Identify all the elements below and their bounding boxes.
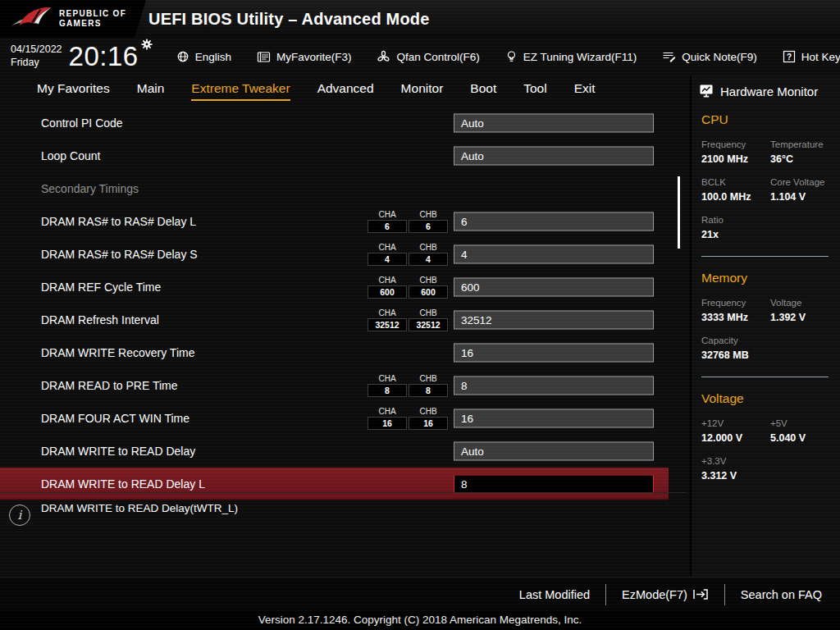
setting-row[interactable]: DRAM Refresh IntervalCHA32512CHB32512325… [0,304,687,336]
toolbar-item-language[interactable]: English [176,50,231,63]
channel-a-badge: CHA6 [368,210,407,233]
toolbar-item-label: EZ Tuning Wizard(F11) [523,51,637,63]
setting-value-field[interactable]: 8 [454,377,654,395]
hwm-readout: Frequency2100 MHz [701,139,770,165]
datetime-display: 04/15/2022 Friday 20:16 [0,41,156,72]
hwm-readout-row: Frequency3333 MHzVoltage1.392 V [701,285,840,323]
channel-b-badge: CHB8 [409,374,448,397]
menu-tab-bar: My FavoritesMainExtreme TweakerAdvancedM… [0,75,687,107]
channel-b-label: CHB [409,407,448,417]
channel-b-value: 4 [409,253,448,266]
setting-row[interactable]: DRAM WRITE Recovery Time16 [0,336,687,369]
toolbar-item-label: Qfan Control(F6) [396,51,479,63]
enter-ezmode-icon [692,588,709,600]
setting-label: DRAM REF Cycle Time [41,281,161,294]
channel-b-label: CHB [409,243,448,253]
setting-value-field[interactable]: Auto [454,114,654,133]
tab-tool[interactable]: Tool [523,81,546,101]
setting-value-field[interactable]: 16 [454,409,654,428]
toolbar-item-qfan-control[interactable]: Qfan Control(F6) [377,50,479,64]
hwm-readout: +5V5.040 V [770,418,840,444]
setting-row[interactable]: DRAM RAS# to RAS# Delay LCHA6CHB66 [0,205,687,238]
setting-row[interactable]: DRAM READ to PRE TimeCHA8CHB88 [0,369,687,402]
footer-action-label: EzMode(F7) [622,588,687,601]
setting-label: DRAM WRITE Recovery Time [41,346,194,359]
channel-b-value: 600 [409,285,448,299]
tab-main[interactable]: Main [137,81,165,101]
setting-description: DRAM WRITE to READ Delay(tWTR_L) [41,502,238,514]
title-bar: REPUBLIC OF GAMERS UEFI BIOS Utility – A… [0,0,840,38]
setting-row[interactable]: Control PI CodeAuto [0,107,687,139]
setting-label: Loop Count [41,149,100,162]
setting-row[interactable]: Loop CountAuto [0,139,687,172]
tab-extreme-tweaker[interactable]: Extreme Tweaker [191,81,290,101]
tab-advanced[interactable]: Advanced [317,81,374,101]
toolbar-item-ez-tuning-wizard[interactable]: EZ Tuning Wizard(F11) [505,50,637,64]
info-icon: i [9,504,30,526]
hwm-readout: +12V12.000 V [701,418,770,444]
setting-value-field[interactable]: 16 [454,344,654,363]
hwm-readout-row: +3.3V3.312 V [701,444,840,482]
hardware-monitor-title: Hardware Monitor [720,84,818,98]
setting-value-field[interactable]: 6 [454,212,654,231]
channel-a-badge: CHA8 [368,374,407,397]
channel-current-values: CHA600CHB600 [368,276,448,299]
note-pencil-icon [662,50,676,63]
section-label: Secondary Timings [41,182,139,195]
hwm-readout-label: Ratio [701,215,770,225]
clock-settings-gear-icon[interactable] [141,39,153,50]
setting-value-field[interactable]: Auto [454,442,654,461]
time-label: 20:16 [69,41,139,71]
channel-a-label: CHA [368,374,407,384]
hwm-readout: BCLK100.0 MHz [701,177,770,203]
svg-text:?: ? [787,52,792,62]
channel-b-label: CHB [409,308,448,318]
tab-boot[interactable]: Boot [470,81,496,101]
hwm-readout: Ratio21x [701,215,770,240]
setting-row[interactable]: DRAM RAS# to RAS# Delay SCHA4CHB44 [0,238,687,271]
toolbar-item-my-favorite[interactable]: MyFavorite(F3) [257,51,352,63]
tab-my-favorites[interactable]: My Favorites [37,81,110,101]
channel-b-badge: CHB4 [409,243,448,266]
tab-monitor[interactable]: Monitor [401,81,444,101]
tab-exit[interactable]: Exit [574,81,596,101]
footer-ez-mode-button[interactable]: EzMode(F7) [622,588,709,601]
toolbar-item-label: English [195,51,231,63]
toolbar-item-label: Hot Keys [801,51,840,63]
setting-label: DRAM RAS# to RAS# Delay L [41,215,196,228]
channel-b-badge: CHB32512 [409,308,448,331]
channel-b-badge: CHB16 [409,407,448,430]
setting-value-field[interactable]: 4 [454,245,654,264]
hwm-section-title: Memory [701,271,840,285]
hwm-readout-label: BCLK [701,177,770,187]
setting-value-field[interactable]: Auto [454,147,654,166]
channel-b-value: 8 [409,384,448,397]
footer-search-on-faq-button[interactable]: Search on FAQ [741,588,822,601]
rog-eye-logo-icon [10,4,52,34]
setting-row[interactable]: DRAM REF Cycle TimeCHA600CHB600600 [0,271,687,304]
channel-current-values: CHA32512CHB32512 [368,308,448,331]
setting-label: DRAM Refresh Interval [41,313,159,326]
toolbar-item-quick-note[interactable]: Quick Note(F9) [662,50,757,63]
channel-b-value: 16 [409,417,448,430]
toolbar-item-hot-keys[interactable]: ?Hot Keys [783,50,840,63]
hwm-section-title: Voltage [701,391,840,406]
hwm-readout: Capacity32768 MB [701,336,770,361]
hardware-monitor-sections: CPUFrequency2100 MHzTemperature36°CBCLK1… [692,112,840,482]
setting-value-field[interactable]: 600 [454,278,654,297]
footer-action-bar: Last ModifiedEzMode(F7)Search on FAQ [0,577,840,611]
hwm-readout-label: Capacity [701,336,770,345]
setting-row[interactable]: DRAM WRITE to READ DelayAuto [0,435,687,468]
hwm-readout-label: +5V [770,418,840,428]
hwm-readout-value: 32768 MB [701,349,770,361]
setting-row[interactable]: DRAM FOUR ACT WIN TimeCHA16CHB1616 [0,402,687,435]
scrollbar-thumb[interactable] [678,176,680,249]
setting-value-field[interactable]: 8 [454,475,654,494]
channel-a-badge: CHA32512 [368,308,407,331]
toolbar: 04/15/2022 Friday 20:16 [0,38,840,75]
hardware-monitor-header: Hardware Monitor [692,75,840,98]
channel-b-value: 32512 [409,318,448,331]
setting-value-field[interactable]: 32512 [454,311,654,330]
hwm-readout-row: +12V12.000 V+5V5.040 V [701,406,840,444]
footer-last-modified-button[interactable]: Last Modified [519,588,590,601]
